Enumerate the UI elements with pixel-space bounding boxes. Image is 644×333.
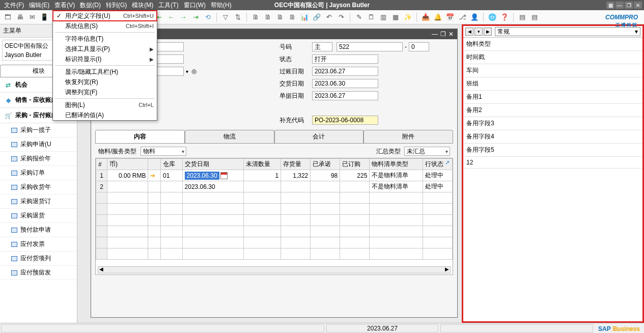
undo-icon[interactable]: ↶ xyxy=(324,13,333,22)
print-icon[interactable]: 🖶 xyxy=(15,13,24,22)
menu-6[interactable]: 工具(T) xyxy=(158,1,178,10)
inbox-icon[interactable]: 📥 xyxy=(421,13,430,22)
dropdown-icon[interactable]: ▾ xyxy=(186,69,188,74)
user-icon[interactable]: 👤 xyxy=(470,13,479,22)
tab-会计[interactable]: 会计 xyxy=(274,130,364,143)
header-field-1[interactable]: 打开 xyxy=(312,54,378,64)
udf-value-9[interactable] xyxy=(500,157,642,168)
last-icon[interactable]: ⇥ xyxy=(191,13,200,22)
menuitem-显示/隐藏工具栏(H)[interactable]: 显示/隐藏工具栏(H) xyxy=(53,67,157,77)
sidebar-item-10[interactable]: 应付预留发 xyxy=(0,266,77,280)
table-row[interactable]: 22023.06.30不是物料清单处理中 xyxy=(96,181,453,192)
grid-hscroll[interactable] xyxy=(98,266,451,273)
header-field-4[interactable]: 2023.06.27 xyxy=(312,91,378,100)
doc3-icon[interactable]: 🗎 xyxy=(275,13,285,22)
calendar-icon[interactable] xyxy=(220,172,228,179)
menuitem-已翻译的值(A)[interactable]: 已翻译的值(A) xyxy=(53,110,157,120)
arrow-icon[interactable]: ➔ xyxy=(150,172,155,179)
menuitem-标识符显示(I)[interactable]: 标识符显示(I)▶ xyxy=(53,54,157,64)
udf-value-1[interactable] xyxy=(500,51,642,64)
header-field-6[interactable]: PO-2023-06-0008 xyxy=(312,116,378,125)
mail-icon[interactable]: ✉ xyxy=(27,13,37,22)
udf-next-icon[interactable]: ▶ xyxy=(484,27,492,36)
sidebar-item-2[interactable]: 采购报价年 xyxy=(0,152,77,166)
expand-icon[interactable]: ↗ xyxy=(445,159,450,166)
branch-icon[interactable]: ⎇ xyxy=(458,13,467,22)
sms-icon[interactable]: 📱 xyxy=(40,13,49,22)
layout-icon[interactable]: ▦ xyxy=(391,13,400,22)
grid-icon[interactable]: ▦ xyxy=(606,2,614,9)
sidebar-item-9[interactable]: 应付货项列 xyxy=(0,252,77,266)
menu-4[interactable]: 转到(G) xyxy=(106,1,127,10)
sidebar-item-0[interactable]: 采购一揽子 xyxy=(0,123,77,137)
close-icon[interactable]: ✕ xyxy=(634,2,642,9)
tab-内容[interactable]: 内容 xyxy=(95,130,185,143)
sidebar-item-4[interactable]: 采购收货年 xyxy=(0,180,77,195)
doc2-icon[interactable]: 🗎 xyxy=(263,13,272,22)
item-type-select[interactable]: 物料 xyxy=(141,147,186,156)
header-field-3[interactable]: 2023.06.30 xyxy=(312,79,378,88)
win-min-icon[interactable]: — xyxy=(431,31,439,38)
udf-value-0[interactable] xyxy=(500,38,642,50)
lines-grid[interactable]: ↗ #币)仓库交货日期未清数量存货量已承诺已订购物料清单类型行状态10.00 R… xyxy=(95,158,453,275)
form-icon[interactable]: ▥ xyxy=(379,13,388,22)
udf-value-2[interactable] xyxy=(500,64,642,77)
menuitem-用户定义字段(U)[interactable]: ✓用户定义字段(U)Ctrl+Shift+U xyxy=(53,11,157,21)
sidebar-item-5[interactable]: 采购退货订 xyxy=(0,195,77,209)
field2-icon[interactable]: ▤ xyxy=(530,13,539,22)
globe-icon[interactable]: 🌐 xyxy=(488,13,497,22)
cal-icon[interactable]: 📅 xyxy=(445,13,455,22)
sidebar-item-6[interactable]: 采购退货 xyxy=(0,209,77,223)
udf-value-4[interactable] xyxy=(500,91,642,103)
prev-icon[interactable]: ← xyxy=(166,13,176,22)
header-field-2[interactable]: 2023.06.27 xyxy=(312,67,378,76)
win-close-icon[interactable]: ✕ xyxy=(447,31,455,38)
help-icon[interactable]: ❓ xyxy=(500,13,509,22)
menu-1[interactable]: 编辑(E) xyxy=(29,1,49,10)
udf-prev-icon[interactable]: ◀ xyxy=(465,27,473,36)
refresh-icon[interactable]: ⟲ xyxy=(203,13,212,22)
doc4-icon[interactable]: 🗎 xyxy=(288,13,297,22)
menuitem-恢复列宽(R)[interactable]: 恢复列宽(R) xyxy=(53,77,157,87)
menuitem-系统信息(S)[interactable]: 系统信息(S)Ctrl+Shift+I xyxy=(53,21,157,31)
table-row[interactable]: 10.00 RMB➔012023.06.3011,32298225不是物料清单处… xyxy=(96,170,453,181)
filter-icon[interactable]: ▽ xyxy=(221,13,230,22)
udf-value-5[interactable] xyxy=(500,104,642,117)
sort-icon[interactable]: ⇅ xyxy=(233,13,242,22)
summary-type-select[interactable]: 未汇总 xyxy=(404,147,450,156)
target-icon[interactable]: ◎ xyxy=(191,68,197,75)
udf-value-7[interactable] xyxy=(500,130,642,143)
menuitem-选择工具显示(P)[interactable]: 选择工具显示(P)▶ xyxy=(53,44,157,54)
udf-category-select[interactable]: 常规 xyxy=(495,27,640,36)
link-icon[interactable]: 🔗 xyxy=(312,13,321,22)
menu-5[interactable]: 模块(M) xyxy=(132,1,153,10)
udf-dd-icon[interactable]: ▾ xyxy=(474,27,483,36)
menu-0[interactable]: 文件(F) xyxy=(4,1,24,10)
edit-icon[interactable]: ✎ xyxy=(354,13,363,22)
menuitem-图例(L)[interactable]: 图例(L)Ctrl+L xyxy=(53,100,157,110)
win-max-icon[interactable]: ❐ xyxy=(439,31,447,38)
field1-icon[interactable]: ▤ xyxy=(518,13,527,22)
redo-icon[interactable]: ↷ xyxy=(337,13,346,22)
preview-icon[interactable]: 🗔 xyxy=(3,13,12,22)
tab-附件[interactable]: 附件 xyxy=(363,130,453,143)
wand-icon[interactable]: ✨ xyxy=(403,13,412,22)
tab-物流[interactable]: 物流 xyxy=(185,130,274,143)
udf-value-3[interactable] xyxy=(500,77,642,90)
sidebar-item-8[interactable]: 应付发票 xyxy=(0,237,77,252)
minimize-icon[interactable]: — xyxy=(615,2,624,9)
udf-value-6[interactable] xyxy=(500,117,642,130)
doc1-icon[interactable]: 🗎 xyxy=(251,13,260,22)
menu-3[interactable]: 数据(D) xyxy=(80,1,101,10)
header-field-0[interactable]: 522 xyxy=(337,42,403,51)
menu-8[interactable]: 帮助(H) xyxy=(211,1,232,10)
sidebar-item-3[interactable]: 采购订单 xyxy=(0,166,77,180)
next-icon[interactable]: → xyxy=(179,13,188,22)
menu-7[interactable]: 窗口(W) xyxy=(184,1,206,10)
sidebar-item-1[interactable]: 采购申请(U xyxy=(0,137,77,152)
restore-icon[interactable]: ❐ xyxy=(625,2,633,9)
menuitem-字符串信息(T)[interactable]: 字符串信息(T) xyxy=(53,34,157,44)
udf-value-8[interactable] xyxy=(500,144,642,156)
sidebar-item-7[interactable]: 预付款申请 xyxy=(0,223,77,237)
chart-icon[interactable]: 📊 xyxy=(300,13,309,22)
